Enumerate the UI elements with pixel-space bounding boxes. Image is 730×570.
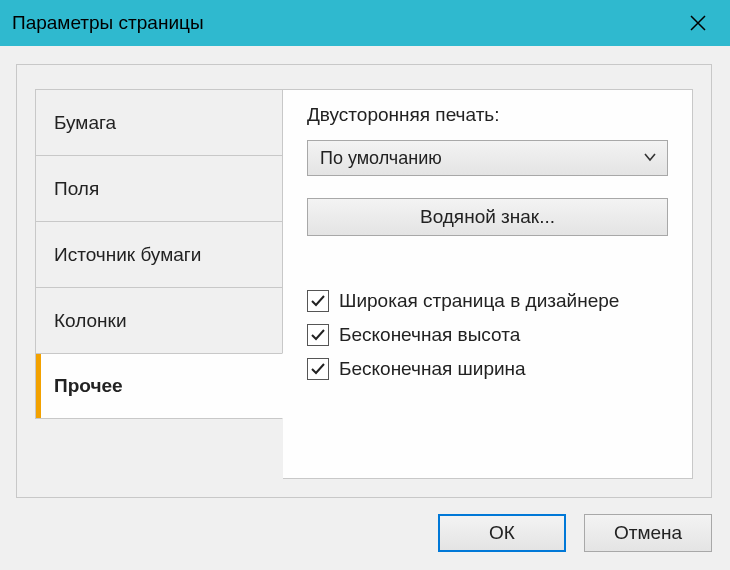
tab-content: Двусторонняя печать: По умолчанию Водяно…	[283, 89, 693, 479]
title-bar: Параметры страницы	[0, 0, 730, 46]
watermark-button-label: Водяной знак...	[420, 206, 555, 228]
duplex-dropdown[interactable]: По умолчанию	[307, 140, 668, 176]
main-panel: Бумага Поля Источник бумаги Колонки Проч…	[16, 64, 712, 498]
tab-paper-source[interactable]: Источник бумаги	[35, 221, 283, 287]
tab-paper[interactable]: Бумага	[35, 89, 283, 155]
tab-label: Бумага	[54, 112, 116, 134]
tab-list: Бумага Поля Источник бумаги Колонки Проч…	[35, 89, 283, 419]
cancel-button-label: Отмена	[614, 522, 682, 544]
ok-button-label: ОК	[489, 522, 515, 544]
tab-label: Колонки	[54, 310, 127, 332]
check-label: Бесконечная ширина	[339, 358, 526, 380]
cancel-button[interactable]: Отмена	[584, 514, 712, 552]
check-label: Широкая страница в дизайнере	[339, 290, 619, 312]
dialog-footer: ОК Отмена	[438, 514, 712, 552]
close-icon	[690, 15, 706, 31]
duplex-label: Двусторонняя печать:	[307, 104, 668, 126]
ok-button[interactable]: ОК	[438, 514, 566, 552]
check-label: Бесконечная высота	[339, 324, 520, 346]
tab-columns[interactable]: Колонки	[35, 287, 283, 353]
tab-label: Источник бумаги	[54, 244, 201, 266]
tab-margins[interactable]: Поля	[35, 155, 283, 221]
chevron-down-icon	[643, 148, 657, 169]
tab-other[interactable]: Прочее	[35, 353, 283, 419]
check-infinite-height[interactable]: Бесконечная высота	[307, 324, 668, 346]
client-area: Бумага Поля Источник бумаги Колонки Проч…	[0, 46, 730, 570]
checkbox-icon	[307, 358, 329, 380]
checkbox-icon	[307, 290, 329, 312]
duplex-selected-value: По умолчанию	[320, 148, 442, 169]
check-infinite-width[interactable]: Бесконечная ширина	[307, 358, 668, 380]
window-title: Параметры страницы	[12, 12, 204, 34]
tab-label: Прочее	[54, 375, 123, 397]
tab-label: Поля	[54, 178, 99, 200]
watermark-button[interactable]: Водяной знак...	[307, 198, 668, 236]
check-wide-page[interactable]: Широкая страница в дизайнере	[307, 290, 668, 312]
checkbox-icon	[307, 324, 329, 346]
close-button[interactable]	[666, 0, 730, 46]
